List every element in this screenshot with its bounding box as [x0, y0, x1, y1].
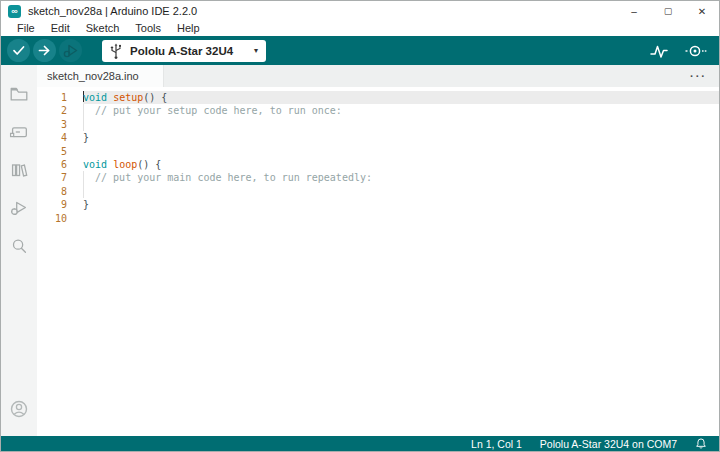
- sidebar-item-search[interactable]: [1, 227, 37, 265]
- minimize-button[interactable]: –: [617, 1, 651, 21]
- line-number: 9: [37, 198, 83, 211]
- cursor-position[interactable]: Ln 1, Col 1: [471, 438, 522, 450]
- board-selector-dropdown[interactable]: Pololu A-Star 32U4 ▾: [102, 40, 266, 62]
- code-content[interactable]: // put your setup code here, to run once…: [83, 104, 719, 117]
- folder-icon: [8, 83, 30, 105]
- books-icon: [8, 159, 30, 181]
- upload-button[interactable]: [33, 39, 56, 62]
- board-connection-status[interactable]: Pololu A-Star 32U4 on COM7: [540, 438, 677, 450]
- code-line-5[interactable]: 5: [37, 145, 719, 158]
- ellipsis-icon: ···: [690, 70, 707, 82]
- line-number: 4: [37, 131, 83, 144]
- code-content[interactable]: void setup() {: [83, 91, 719, 104]
- line-number: 2: [37, 104, 83, 117]
- code-line-10[interactable]: 10: [37, 212, 719, 225]
- menu-edit[interactable]: Edit: [43, 21, 78, 36]
- status-bar: Ln 1, Col 1 Pololu A-Star 32U4 on COM7: [1, 436, 719, 451]
- tab-bar: sketch_nov28a.ino ···: [37, 65, 719, 87]
- right-arrow-icon: [33, 39, 56, 62]
- arduino-logo-icon: ∞: [8, 5, 21, 18]
- maximize-button[interactable]: ▢: [651, 1, 685, 21]
- code-line-3[interactable]: 3: [37, 118, 719, 131]
- code-line-4[interactable]: 4}: [37, 131, 719, 144]
- account-icon: [7, 397, 31, 421]
- menu-tools[interactable]: Tools: [127, 21, 169, 36]
- code-content[interactable]: [83, 118, 719, 131]
- verify-button[interactable]: [7, 39, 30, 62]
- serial-monitor-button[interactable]: [683, 41, 707, 61]
- menu-help[interactable]: Help: [169, 21, 208, 36]
- window-title: sketch_nov28a | Arduino IDE 2.2.0: [28, 5, 197, 17]
- check-icon: [7, 39, 30, 62]
- code-content[interactable]: [83, 145, 719, 158]
- bell-icon[interactable]: [695, 437, 707, 450]
- sidebar-item-library-manager[interactable]: [1, 151, 37, 189]
- activity-sidebar: [1, 65, 37, 436]
- sidebar-item-account[interactable]: [1, 390, 37, 428]
- debug-play-icon: [8, 197, 30, 219]
- code-content[interactable]: [83, 212, 719, 225]
- menu-bar: FileEditSketchToolsHelp: [1, 21, 719, 36]
- search-icon: [8, 235, 30, 257]
- code-line-7[interactable]: 7 // put your main code here, to run rep…: [37, 171, 719, 184]
- board-selector-value: Pololu A-Star 32U4: [130, 45, 233, 57]
- line-number: 10: [37, 212, 83, 225]
- sidebar-item-debug[interactable]: [1, 189, 37, 227]
- code-content[interactable]: // put your main code here, to run repea…: [83, 171, 719, 184]
- chevron-down-icon: ▾: [254, 46, 258, 55]
- code-content[interactable]: }: [83, 131, 719, 144]
- code-line-1[interactable]: 1void setup() {: [37, 91, 719, 104]
- serial-plotter-button[interactable]: [649, 41, 669, 61]
- sidebar-item-boards-manager[interactable]: [1, 113, 37, 151]
- toolbar: Pololu A-Star 32U4 ▾: [1, 36, 719, 65]
- arduino-ide-window: ∞ sketch_nov28a | Arduino IDE 2.2.0 – ▢ …: [0, 0, 720, 452]
- tab-overflow-menu[interactable]: ···: [690, 65, 719, 87]
- close-button[interactable]: ✕: [685, 1, 719, 21]
- line-number: 3: [37, 118, 83, 131]
- code-line-8[interactable]: 8: [37, 185, 719, 198]
- window-controls: – ▢ ✕: [617, 1, 719, 21]
- line-number: 1: [37, 91, 83, 104]
- board-chip-icon: [8, 121, 30, 143]
- menu-file[interactable]: File: [9, 21, 43, 36]
- debug-button[interactable]: [59, 39, 82, 62]
- line-number: 8: [37, 185, 83, 198]
- tab-sketch[interactable]: sketch_nov28a.ino: [37, 65, 164, 87]
- line-number: 5: [37, 145, 83, 158]
- code-content[interactable]: }: [83, 198, 719, 211]
- debug-icon: [59, 39, 82, 62]
- code-editor[interactable]: 1void setup() {2 // put your setup code …: [37, 87, 719, 436]
- code-line-2[interactable]: 2 // put your setup code here, to run on…: [37, 104, 719, 117]
- code-content[interactable]: [83, 185, 719, 198]
- menu-sketch[interactable]: Sketch: [78, 21, 128, 36]
- title-bar: ∞ sketch_nov28a | Arduino IDE 2.2.0 – ▢ …: [1, 1, 719, 21]
- usb-icon: [108, 42, 124, 60]
- code-line-9[interactable]: 9}: [37, 198, 719, 211]
- code-content[interactable]: void loop() {: [83, 158, 719, 171]
- line-number: 7: [37, 171, 83, 184]
- line-number: 6: [37, 158, 83, 171]
- sidebar-item-sketchbook[interactable]: [1, 75, 37, 113]
- code-line-6[interactable]: 6void loop() {: [37, 158, 719, 171]
